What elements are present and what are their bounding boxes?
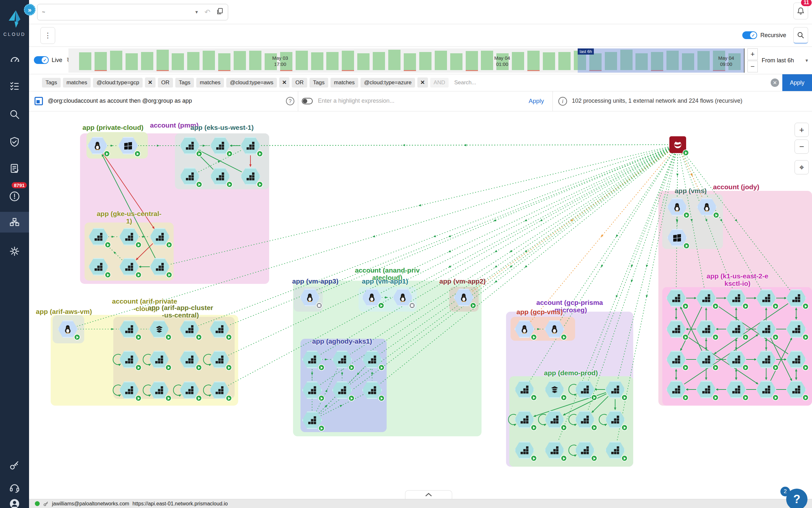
graph-node-vm-app2[interactable] — [454, 289, 474, 306]
graph-node-demo-prod[interactable] — [575, 441, 595, 459]
graph-node-gke[interactable] — [119, 228, 139, 246]
timeline-bar[interactable] — [481, 51, 493, 70]
graph-node-private-cloud[interactable] — [118, 137, 138, 154]
timeline-bar[interactable] — [126, 53, 138, 70]
filter-and-chip[interactable]: AND — [430, 78, 449, 87]
graph-node-k1[interactable] — [726, 381, 746, 398]
graph-node-vms[interactable] — [697, 198, 717, 216]
notifications-button[interactable]: 11 — [793, 3, 808, 19]
sidebar-item-profile[interactable] — [0, 494, 29, 508]
graph-node-gke[interactable] — [88, 228, 108, 246]
graph-node-arif-cluster[interactable] — [209, 321, 230, 338]
graph-node-private-cloud[interactable] — [88, 137, 107, 154]
filter-joiner-chip[interactable]: OR — [292, 78, 307, 87]
filter-operator-chip[interactable]: matches — [331, 78, 358, 87]
graph-node-k1[interactable] — [666, 351, 686, 368]
filter-search-input[interactable]: Search... — [454, 79, 476, 86]
graph-node-arif-cluster[interactable] — [180, 321, 199, 338]
highlight-expression-input[interactable]: Enter a highlight expression... — [318, 97, 394, 104]
graph-node-aghody[interactable] — [332, 381, 352, 399]
graph-node-demo-prod[interactable] — [544, 411, 565, 428]
timeline-bar[interactable] — [388, 50, 400, 70]
time-range-select[interactable]: From last 6h ▼ — [762, 48, 809, 73]
clear-filters-button[interactable]: ✕ — [771, 79, 779, 87]
graph-node-k1[interactable] — [756, 289, 776, 307]
graph-node-demo-prod[interactable] — [605, 441, 625, 459]
timeline-bar[interactable] — [435, 51, 447, 70]
timeline-bar[interactable] — [326, 52, 339, 70]
graph-node-k1[interactable] — [756, 321, 776, 338]
filter-field-chip[interactable]: Tags — [309, 78, 328, 87]
sidebar-item-network[interactable] — [0, 212, 29, 232]
help-icon[interactable]: ? — [286, 97, 294, 105]
graph-node-demo-prod[interactable] — [544, 441, 565, 459]
graph-node-k1[interactable] — [696, 351, 716, 368]
canvas-zoom-in-button[interactable]: + — [795, 123, 809, 137]
graph-node-arif-cluster[interactable] — [119, 351, 139, 368]
timeline-bar[interactable] — [357, 53, 370, 70]
external-network-node[interactable] — [669, 136, 686, 153]
graph-node-k1[interactable] — [696, 321, 716, 338]
timeline-bar[interactable] — [234, 51, 246, 70]
filter-value-chip[interactable]: @cloud:type=aws — [226, 78, 277, 87]
graph-node-gke[interactable] — [119, 258, 139, 276]
timeline-bar[interactable] — [187, 52, 199, 70]
graph-node-k1[interactable] — [786, 321, 806, 338]
filter-value-chip[interactable]: @cloud:type=azure — [361, 78, 415, 87]
filter-remove-button[interactable]: ✕ — [417, 78, 428, 87]
expression-input[interactable]: @org:cloudaccount as account then @org:g… — [48, 97, 192, 104]
graph-node-k1[interactable] — [666, 289, 686, 307]
graph-node-k1[interactable] — [786, 381, 806, 398]
timeline-bar[interactable] — [79, 52, 91, 70]
timeline-bar[interactable] — [95, 52, 107, 70]
graph-node-aghody[interactable] — [362, 381, 382, 399]
graph-node-demo-prod[interactable] — [515, 441, 534, 459]
graph-node-demo-prod[interactable] — [544, 381, 565, 398]
graph-node-eks[interactable] — [180, 137, 200, 154]
filter-field-chip[interactable]: Tags — [175, 78, 194, 87]
timeline-bar[interactable] — [527, 51, 540, 70]
apply-filters-button[interactable]: Apply — [782, 74, 812, 91]
graph-node-aghody[interactable] — [302, 351, 322, 368]
filter-value-chip[interactable]: @cloud:type=gcp — [93, 78, 143, 87]
graph-node-arif-cluster[interactable] — [180, 381, 199, 399]
timeline-bar[interactable] — [543, 52, 555, 70]
sidebar-item-access-keys[interactable] — [0, 455, 29, 475]
filter-remove-button[interactable]: ✕ — [145, 78, 155, 87]
filter-joiner-chip[interactable]: OR — [158, 78, 173, 87]
graph-node-eks[interactable] — [240, 168, 260, 185]
graph-node-arif-cluster[interactable] — [119, 321, 139, 338]
graph-node-arif-aws-vm[interactable] — [58, 321, 78, 338]
sidebar-item-inventory[interactable] — [0, 76, 29, 96]
timeline-histogram[interactable]: last 6h — [68, 48, 745, 73]
graph-node-demo-prod[interactable] — [575, 381, 595, 398]
timeline-bar[interactable] — [342, 51, 354, 70]
recursive-toggle[interactable]: ✓ — [742, 31, 757, 39]
timeline-bar[interactable] — [373, 52, 385, 70]
timeline-bar[interactable] — [141, 52, 153, 70]
timeline-bar[interactable] — [558, 52, 571, 70]
live-toggle[interactable]: ✓ — [34, 56, 49, 64]
graph-node-vm-app1[interactable] — [393, 289, 413, 306]
graph-canvas[interactable]: + − ⌖ account (pmm)account (jody)account… — [29, 112, 812, 499]
graph-node-demo-prod[interactable] — [515, 381, 534, 398]
timeline-bar[interactable] — [466, 51, 478, 70]
timeline-bar[interactable] — [203, 51, 215, 70]
sidebar-item-compliance[interactable] — [0, 158, 29, 179]
canvas-center-button[interactable]: ⌖ — [795, 160, 809, 174]
graph-node-arif-cluster[interactable] — [180, 351, 199, 368]
graph-node-k1[interactable] — [666, 321, 686, 338]
timeline-bar[interactable] — [110, 51, 122, 70]
graph-node-k1[interactable] — [726, 321, 746, 338]
graph-node-arif-cluster[interactable] — [209, 351, 230, 368]
graph-node-gke[interactable] — [150, 228, 170, 246]
graph-node-aghody[interactable] — [302, 381, 322, 399]
more-options-button[interactable]: ⋮ — [40, 27, 55, 44]
copy-icon[interactable] — [216, 8, 223, 17]
expression-apply-link[interactable]: Apply — [529, 97, 544, 104]
timeline-bar[interactable] — [512, 52, 524, 70]
filter-operator-chip[interactable]: matches — [63, 78, 91, 87]
timeline-bar[interactable] — [172, 53, 184, 70]
sidebar-item-dashboard[interactable] — [0, 48, 29, 69]
timeline-bar[interactable] — [218, 53, 230, 70]
